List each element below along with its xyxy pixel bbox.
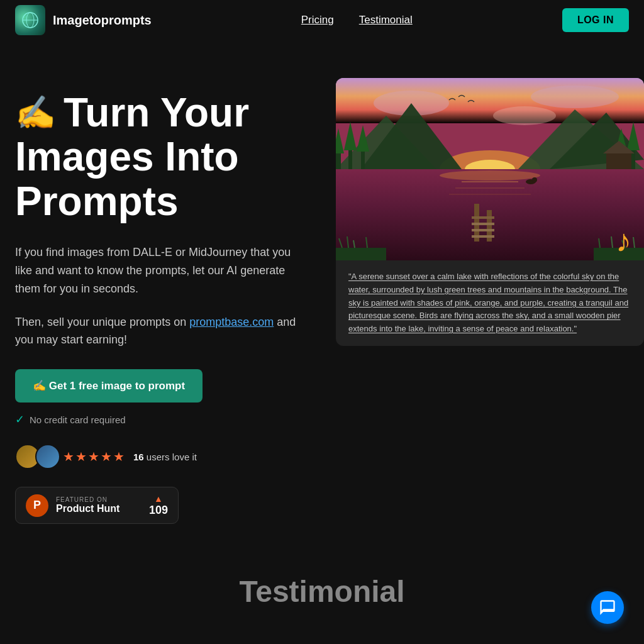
svg-point-7 <box>531 86 619 108</box>
site-name: Imagetoprompts <box>53 13 152 28</box>
svg-rect-31 <box>472 229 494 231</box>
cta-button[interactable]: ✍️ Get 1 free image to prompt <box>15 369 203 402</box>
testimonial-section: Testimonial <box>0 549 644 634</box>
product-hunt-badge[interactable]: P FEATURED ON Product Hunt ▲ 109 <box>15 487 179 524</box>
ph-featured-label: FEATURED ON <box>56 496 119 503</box>
hero-description2: Then, sell your unique prompts on prompt… <box>15 313 304 350</box>
users-label: users love it <box>147 452 197 462</box>
svg-rect-30 <box>472 235 494 238</box>
svg-point-37 <box>532 177 537 182</box>
hero-right: ♪ "A serene sunset over a calm lake with… <box>336 78 644 346</box>
ph-count-area: ▲ 109 <box>149 494 168 517</box>
users-count: 16 <box>133 452 144 462</box>
description2-pre: Then, sell your unique prompts on <box>15 316 189 328</box>
svg-point-24 <box>440 170 540 180</box>
svg-point-8 <box>493 106 556 125</box>
no-credit-row: ✓ No credit card required <box>15 413 323 426</box>
svg-rect-34 <box>606 153 631 169</box>
ph-name: Product Hunt <box>56 503 119 514</box>
svg-rect-21 <box>631 147 635 169</box>
no-credit-text: No credit card required <box>30 414 126 425</box>
logo-icon <box>15 5 45 35</box>
svg-rect-15 <box>348 147 352 169</box>
hero-title-line3: Prompts <box>15 179 323 223</box>
image-caption-text: "A serene sunset over a calm lake with r… <box>348 270 631 336</box>
pencil-emoji: ✍️ <box>15 95 56 131</box>
svg-rect-38 <box>336 248 386 260</box>
promptbase-link[interactable]: promptbase.com <box>189 316 274 328</box>
header: Imagetoprompts Pricing Testimonial LOG I… <box>0 0 644 40</box>
login-button[interactable]: LOG IN <box>562 8 629 32</box>
checkmark-icon: ✓ <box>15 413 25 426</box>
pricing-nav-link[interactable]: Pricing <box>301 14 334 26</box>
hero-title-line2: Images Into <box>15 135 323 179</box>
testimonial-title: Testimonial <box>15 574 629 609</box>
social-proof: ★★★★★ 16 users love it <box>15 444 323 469</box>
avatar <box>35 444 60 469</box>
avatar-group <box>15 444 55 469</box>
product-hunt-icon: P <box>26 494 48 517</box>
testimonial-nav-link[interactable]: Testimonial <box>359 14 413 26</box>
flame-icon: ♪ <box>616 223 631 259</box>
brand: Imagetoprompts <box>15 5 152 35</box>
svg-rect-32 <box>472 223 494 225</box>
hero-title-line1: ✍️ Turn Your <box>15 91 323 135</box>
hero-section: ✍️ Turn Your Images Into Prompts If you … <box>0 40 644 549</box>
image-caption-area: ♪ "A serene sunset over a calm lake with… <box>336 260 644 346</box>
nav: Pricing Testimonial <box>301 14 413 26</box>
chat-widget[interactable] <box>591 591 624 624</box>
ph-count: 109 <box>149 504 168 517</box>
product-hunt-text: FEATURED ON Product Hunt <box>56 496 119 514</box>
hero-description1: If you find images from DALL-E or MidJou… <box>15 243 304 297</box>
chat-icon <box>599 599 616 616</box>
star-rating: ★★★★★ <box>63 449 126 464</box>
ph-upvote-arrow: ▲ <box>154 494 163 504</box>
hero-title: ✍️ Turn Your Images Into Prompts <box>15 91 323 223</box>
users-text: 16 users love it <box>133 452 197 462</box>
hero-left: ✍️ Turn Your Images Into Prompts If you … <box>15 78 323 524</box>
lake-image <box>336 78 644 260</box>
svg-rect-33 <box>472 216 494 219</box>
